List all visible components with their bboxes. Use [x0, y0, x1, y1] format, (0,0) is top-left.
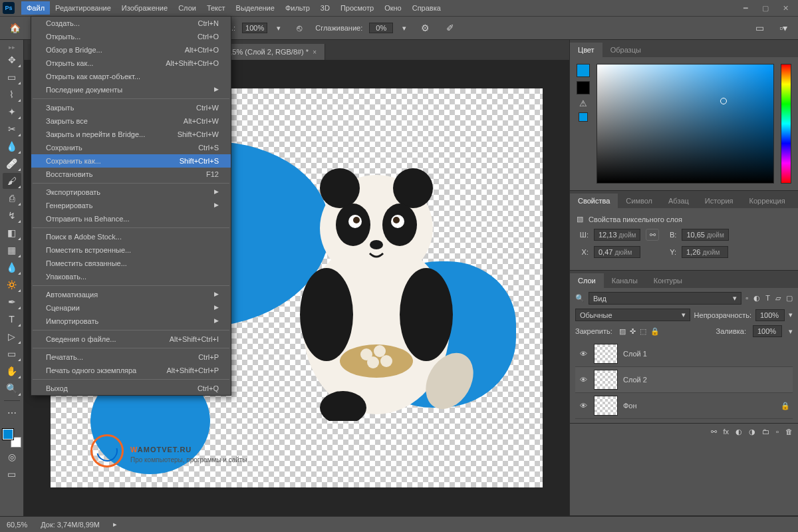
healing-tool[interactable]: 🩹 — [3, 156, 21, 172]
menu-item[interactable]: Автоматизация▶ — [31, 288, 231, 301]
blur-tool[interactable]: 💧 — [3, 259, 21, 275]
color-field[interactable] — [597, 64, 774, 184]
menu-изображение[interactable]: Изображение — [116, 1, 173, 15]
flow-input[interactable]: 100% — [242, 23, 267, 33]
layer-thumb[interactable] — [594, 344, 618, 364]
gradient-tool[interactable]: ▦ — [3, 242, 21, 258]
dodge-tool[interactable]: 🔅 — [3, 277, 21, 293]
menu-item[interactable]: ЗакрытьCtrl+W — [31, 101, 231, 114]
magic-wand-tool[interactable]: ✦ — [3, 104, 21, 120]
menu-item[interactable]: Открыть...Ctrl+O — [31, 30, 231, 43]
layer-name[interactable]: Слой 1 — [623, 350, 647, 358]
menu-item[interactable]: СохранитьCtrl+S — [31, 141, 231, 154]
screenmode-icon[interactable]: ▭ — [3, 466, 21, 482]
layer-filter-select[interactable]: Вид▾ — [589, 292, 741, 305]
menu-файл[interactable]: Файл — [21, 1, 50, 15]
menu-item[interactable]: Обзор в Bridge...Alt+Ctrl+O — [31, 43, 231, 57]
bg-swatch[interactable] — [577, 81, 590, 94]
airbrush-icon[interactable]: ⎋ — [290, 20, 309, 36]
lock-position-icon[interactable]: ✜ — [630, 327, 636, 336]
picker-cursor[interactable] — [720, 98, 727, 104]
chevron-right-icon[interactable]: ▸ — [113, 520, 117, 529]
panel-tab[interactable]: Слои — [570, 273, 604, 288]
move-tool[interactable]: ✥ — [3, 52, 21, 68]
visibility-icon[interactable]: 👁 — [578, 376, 589, 384]
menu-фильтр[interactable]: Фильтр — [280, 1, 315, 15]
smoothing-input[interactable]: 0% — [369, 23, 393, 33]
panel-tab[interactable]: Абзац — [660, 194, 697, 208]
pen-tool[interactable]: ✒ — [3, 294, 21, 310]
menu-item[interactable]: Последние документы▶ — [31, 83, 231, 96]
color-swatches[interactable] — [3, 429, 21, 448]
type-tool[interactable]: T — [3, 311, 21, 327]
menu-item[interactable]: Создать...Ctrl+N — [31, 17, 231, 30]
warn-swatch[interactable] — [579, 112, 588, 122]
menu-item[interactable]: Генерировать▶ — [31, 199, 231, 212]
layer-name[interactable]: Фон — [623, 402, 637, 410]
maximize-button[interactable]: ▢ — [761, 3, 770, 13]
mask-icon[interactable]: ◐ — [735, 428, 742, 436]
chevron-down-icon[interactable]: ▾ — [274, 23, 283, 33]
height-input[interactable]: 10,65 дюйм — [682, 229, 728, 241]
menu-item[interactable]: Экспортировать▶ — [31, 186, 231, 199]
marquee-tool[interactable]: ▭ — [3, 69, 21, 85]
menu-item[interactable]: Поиск в Adobe Stock... — [31, 230, 231, 243]
menu-выделение[interactable]: Выделение — [231, 1, 280, 15]
filter-image-icon[interactable]: ▫ — [745, 294, 748, 303]
menu-item[interactable]: Печатать...Ctrl+P — [31, 350, 231, 364]
minimize-button[interactable]: ━ — [741, 3, 750, 13]
close-tab-icon[interactable]: × — [313, 49, 317, 56]
layer-row[interactable]: 👁Фон🔒 — [575, 393, 793, 419]
group-icon[interactable]: 🗀 — [762, 428, 769, 436]
crop-tool[interactable]: ✂ — [3, 121, 21, 137]
layer-opacity-input[interactable]: 100% — [755, 309, 785, 321]
blend-mode-select[interactable]: Обычные▾ — [575, 309, 690, 321]
eraser-tool[interactable]: ◧ — [3, 225, 21, 241]
menu-item[interactable]: Печать одного экземпляраAlt+Shift+Ctrl+P — [31, 364, 231, 377]
workspace-icon[interactable]: ▫▾ — [774, 20, 793, 36]
new-layer-icon[interactable]: ▫ — [776, 428, 779, 436]
layer-thumb[interactable] — [594, 396, 618, 416]
menu-item[interactable]: ВосстановитьF12 — [31, 168, 231, 181]
layer-thumb[interactable] — [594, 370, 618, 390]
layer-row[interactable]: 👁Слой 1 — [575, 341, 793, 367]
lasso-tool[interactable]: ⌇ — [3, 86, 21, 102]
menu-item[interactable]: Закрыть и перейти в Bridge...Shift+Ctrl+… — [31, 128, 231, 141]
panel-tab[interactable]: Коррекция — [741, 194, 793, 208]
shape-tool[interactable]: ▭ — [3, 346, 21, 362]
filter-type-icon[interactable]: T — [765, 294, 770, 303]
menu-слои[interactable]: Слои — [173, 1, 201, 15]
panel-tab[interactable]: История — [697, 194, 741, 208]
layer-row[interactable]: 👁Слой 2 — [575, 367, 793, 393]
visibility-icon[interactable]: 👁 — [578, 350, 589, 358]
home-icon[interactable]: 🏠 — [5, 20, 24, 36]
layer-name[interactable]: Слой 2 — [623, 376, 647, 384]
menu-item[interactable]: Закрыть всеAlt+Ctrl+W — [31, 114, 231, 128]
menu-item[interactable]: ВыходCtrl+Q — [31, 382, 231, 395]
menu-редактирование[interactable]: Редактирование — [50, 1, 116, 15]
width-input[interactable]: 12,13 дюйм — [594, 229, 640, 241]
menu-item[interactable]: Сохранить как...Shift+Ctrl+S — [31, 154, 231, 168]
fg-swatch[interactable] — [577, 64, 590, 77]
panel-tab[interactable]: Цвет — [570, 43, 602, 57]
y-input[interactable]: 1,26 дюйм — [682, 246, 728, 258]
lock-pixels-icon[interactable]: ▨ — [619, 327, 626, 336]
visibility-icon[interactable]: 👁 — [578, 402, 589, 410]
quickmask-icon[interactable]: ◎ — [3, 449, 21, 465]
menu-item[interactable]: Поместить встроенные... — [31, 243, 231, 257]
panel-tab[interactable]: Образцы — [602, 43, 649, 57]
panel-tab[interactable]: Свойства — [570, 194, 618, 208]
menu-item[interactable]: Сведения о файле...Alt+Shift+Ctrl+I — [31, 332, 231, 346]
menu-item[interactable]: Отправить на Behance... — [31, 212, 231, 225]
adjustment-icon[interactable]: ◑ — [749, 428, 755, 436]
lock-all-icon[interactable]: 🔒 — [650, 327, 660, 336]
extras-icon[interactable]: ▭ — [750, 20, 769, 36]
link-icon[interactable]: ⚯ — [646, 229, 659, 241]
menu-item[interactable]: Сценарии▶ — [31, 301, 231, 315]
menu-окно[interactable]: Окно — [379, 1, 407, 15]
edit-toolbar-icon[interactable]: ⋯ — [3, 405, 21, 421]
menu-справка[interactable]: Справка — [407, 1, 446, 15]
menu-item[interactable]: Открыть как...Alt+Shift+Ctrl+O — [31, 57, 231, 70]
brush-tool[interactable]: 🖌 — [3, 173, 21, 189]
zoom-level[interactable]: 60,5% — [7, 521, 27, 529]
